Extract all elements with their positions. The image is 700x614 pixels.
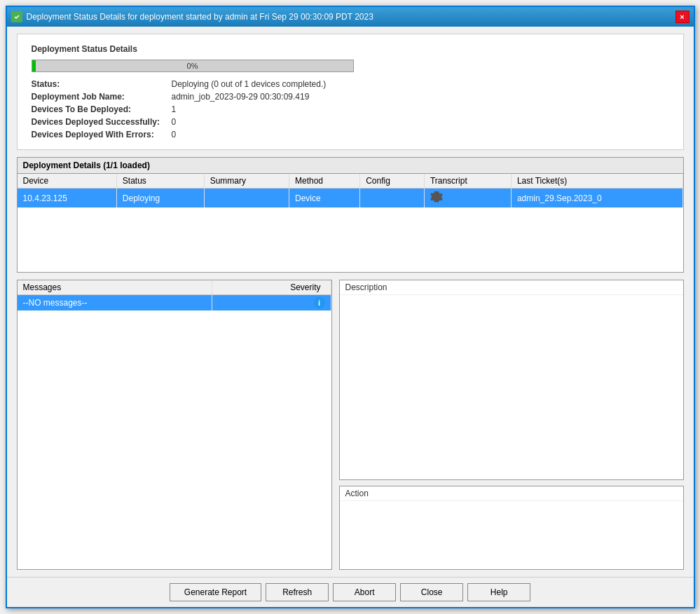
- action-label: Action: [340, 486, 683, 501]
- cell-status: Deploying: [116, 189, 204, 208]
- deployment-table: Device Status Summary Method Config Tran…: [18, 174, 683, 207]
- content-area: Deployment Status Details 0% Status: Dep…: [7, 27, 694, 577]
- col-summary: Summary: [204, 174, 289, 189]
- message-severity: i: [212, 295, 331, 311]
- messages-panel: Messages Severity --NO messages-- i: [17, 280, 332, 570]
- footer: Generate Report Refresh Abort Close Help: [7, 577, 694, 607]
- close-window-button[interactable]: ×: [675, 11, 689, 23]
- cell-method: Device: [289, 189, 359, 208]
- job-name-value: admin_job_2023-09-29 00:30:09.419: [172, 92, 669, 102]
- messages-table: Messages Severity --NO messages-- i: [18, 280, 331, 311]
- generate-report-button[interactable]: Generate Report: [170, 583, 261, 601]
- description-panel: Description: [339, 280, 684, 480]
- devices-to-deploy-value: 1: [172, 104, 669, 114]
- col-status: Status: [116, 174, 204, 189]
- col-transcript: Transcript: [424, 174, 511, 189]
- col-device: Device: [18, 174, 117, 189]
- close-button[interactable]: Close: [400, 583, 463, 601]
- cell-summary: [204, 189, 289, 208]
- devices-success-value: 0: [172, 117, 669, 127]
- title-bar-left: Deployment Status Details for deployment…: [11, 11, 373, 22]
- action-content: [340, 501, 683, 569]
- deployment-details-header: Deployment Details (1/1 loaded): [18, 158, 683, 174]
- bottom-panels: Messages Severity --NO messages-- i: [17, 280, 684, 570]
- devices-to-deploy-label: Devices To Be Deployed:: [32, 104, 172, 114]
- progress-container: 0%: [32, 60, 669, 72]
- status-value: Deploying (0 out of 1 devices completed.…: [172, 79, 669, 89]
- action-panel: Action: [339, 486, 684, 570]
- cell-transcript: [424, 189, 511, 208]
- top-section-title: Deployment Status Details: [32, 44, 669, 54]
- main-window: Deployment Status Details for deployment…: [6, 6, 695, 608]
- col-last-ticket: Last Ticket(s): [511, 174, 682, 189]
- transcript-icon: [430, 191, 443, 203]
- devices-error-label: Devices Deployed With Errors:: [32, 130, 172, 139]
- right-panels: Description Action: [339, 280, 684, 570]
- table-row[interactable]: 10.4.23.125 Deploying Device: [18, 189, 683, 208]
- message-text: --NO messages--: [18, 295, 212, 311]
- progress-label: 0%: [32, 60, 353, 71]
- deployment-table-container: Device Status Summary Method Config Tran…: [18, 174, 683, 272]
- cell-device: 10.4.23.125: [18, 189, 117, 208]
- col-severity: Severity: [212, 280, 331, 295]
- title-bar: Deployment Status Details for deployment…: [7, 7, 694, 27]
- devices-error-value: 0: [172, 130, 669, 139]
- severity-info-icon: i: [314, 297, 325, 308]
- message-row[interactable]: --NO messages-- i: [18, 295, 331, 311]
- description-label: Description: [340, 280, 683, 295]
- abort-button[interactable]: Abort: [333, 583, 396, 601]
- description-content: [340, 295, 683, 479]
- info-grid: Status: Deploying (0 out of 1 devices co…: [32, 79, 669, 139]
- col-method: Method: [289, 174, 359, 189]
- messages-table-container: Messages Severity --NO messages-- i: [18, 280, 331, 569]
- help-button[interactable]: Help: [467, 583, 530, 601]
- top-panel: Deployment Status Details 0% Status: Dep…: [17, 34, 684, 150]
- status-label: Status:: [32, 79, 172, 89]
- refresh-button[interactable]: Refresh: [266, 583, 329, 601]
- app-icon: [11, 11, 22, 22]
- col-messages: Messages: [18, 280, 212, 295]
- deployment-details-panel: Deployment Details (1/1 loaded) Device S…: [17, 157, 684, 273]
- devices-success-label: Devices Deployed Successfully:: [32, 117, 172, 127]
- col-config: Config: [360, 174, 425, 189]
- progress-bar: 0%: [32, 60, 354, 72]
- cell-last-ticket: admin_29.Sep.2023_0: [511, 189, 682, 208]
- window-title: Deployment Status Details for deployment…: [27, 12, 373, 22]
- cell-config: [360, 189, 425, 208]
- job-name-label: Deployment Job Name:: [32, 92, 172, 102]
